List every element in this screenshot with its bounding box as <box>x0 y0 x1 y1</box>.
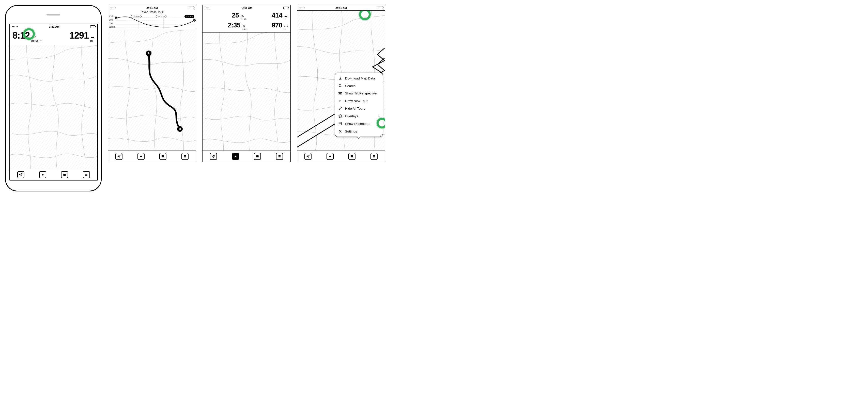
map-view[interactable]: Download Map Data Search 3D Show Tilt Pe… <box>297 10 385 151</box>
svg-point-12 <box>140 155 142 157</box>
list-button[interactable] <box>83 171 90 178</box>
menu-item-download[interactable]: Download Map Data <box>335 74 383 82</box>
dist-unit: m <box>284 28 286 31</box>
battery-icon <box>189 7 194 9</box>
metric-speed: 25 km/h <box>205 11 246 21</box>
stopwatch-icon <box>242 25 246 27</box>
signal-dots: ••••• <box>205 6 211 9</box>
pencil-icon <box>338 99 343 103</box>
svg-point-17 <box>339 85 341 87</box>
screen-3: ••••• 9:41 AM 25 km/h 414 m 2:35 min <box>202 5 291 162</box>
bottom-toolbar <box>108 151 196 162</box>
metric-altitude: 414 m <box>246 11 288 21</box>
svg-point-19 <box>341 107 342 108</box>
locate-button[interactable] <box>115 153 122 160</box>
status-bar: ••••• 9:41 AM <box>108 5 196 10</box>
dashboard-icon <box>338 122 343 126</box>
svg-text:B: B <box>194 20 195 21</box>
context-menu: Download Map Data Search 3D Show Tilt Pe… <box>335 73 383 137</box>
menu-button[interactable] <box>159 153 166 160</box>
time-unit: min <box>242 28 246 31</box>
status-time: 9:41 AM <box>242 6 252 9</box>
list-button[interactable] <box>276 153 283 160</box>
svg-point-21 <box>329 155 331 157</box>
record-button[interactable] <box>39 171 46 178</box>
bottom-toolbar <box>297 151 385 162</box>
speed-icon <box>240 15 244 18</box>
alt-value: 414 <box>272 11 282 19</box>
svg-rect-16 <box>256 155 259 157</box>
signal-dots: ••••• <box>12 25 18 28</box>
svg-rect-22 <box>351 155 353 157</box>
menu-item-overlays[interactable]: Overlays › <box>335 112 383 120</box>
list-button[interactable] <box>181 153 189 160</box>
elevation-panel[interactable]: River Cross Tour 410 380 350 320 m 1000 … <box>108 10 196 30</box>
screen-4: ••••• 9:41 AM Download Map Data Search 3… <box>297 5 385 162</box>
menu-button[interactable] <box>348 153 355 160</box>
status-bar: ••••• 9:41 AM <box>10 24 97 29</box>
route-marker-b[interactable]: B <box>177 126 183 132</box>
locate-button[interactable] <box>17 171 24 178</box>
map-view[interactable] <box>10 45 97 169</box>
metric-altitude: 1291 m <box>69 30 95 43</box>
download-icon <box>338 76 343 80</box>
metric-time: 2:35 min <box>205 21 246 31</box>
menu-button[interactable] <box>61 171 68 178</box>
battery-icon <box>283 7 288 9</box>
locate-button[interactable] <box>210 153 217 160</box>
dashboard-panel[interactable]: 8:12 min/km 1291 m <box>10 29 97 45</box>
menu-button[interactable] <box>254 153 261 160</box>
route-marker-a[interactable]: A <box>146 51 151 56</box>
alt-value: 1291 <box>69 30 89 41</box>
status-time: 9:41 AM <box>49 25 59 28</box>
map-view[interactable]: A B <box>108 30 196 151</box>
tools-icon <box>338 129 343 133</box>
status-bar: ••••• 9:41 AM <box>297 5 385 10</box>
search-icon <box>338 84 343 88</box>
svg-point-0 <box>42 174 44 175</box>
svg-rect-20 <box>339 122 342 125</box>
record-button[interactable] <box>137 153 145 160</box>
map-view[interactable] <box>203 32 290 151</box>
svg-point-18 <box>339 109 340 110</box>
menu-item-dashboard[interactable]: Show Dashboard <box>335 120 383 127</box>
battery-icon <box>378 7 383 9</box>
svg-point-15 <box>235 155 236 157</box>
record-button[interactable] <box>327 153 334 160</box>
alt-unit: m <box>284 18 286 21</box>
time-value: 2:35 <box>228 21 240 29</box>
metric-pace: 8:12 min/km <box>12 30 41 43</box>
status-time: 9:41 AM <box>336 6 347 9</box>
menu-item-search[interactable]: Search <box>335 82 383 90</box>
layers-icon <box>338 114 343 118</box>
signal-dots: ••••• <box>110 6 116 9</box>
tilt-3d-icon: 3D <box>338 92 343 95</box>
map-roads <box>203 32 290 151</box>
bottom-toolbar <box>203 151 290 162</box>
dashboard-panel[interactable]: 25 km/h 414 m 2:35 min 970 m <box>203 10 290 32</box>
screen-2: ••••• 9:41 AM River Cross Tour 410 380 3… <box>108 5 196 162</box>
locate-button[interactable] <box>304 153 312 160</box>
mountain-icon <box>284 15 288 18</box>
pace-unit: min/km <box>31 39 41 43</box>
alt-unit: m <box>90 39 93 43</box>
menu-item-tilt[interactable]: 3D Show Tilt Perspective <box>335 90 383 97</box>
record-button-active[interactable] <box>232 153 239 160</box>
tour-title: River Cross Tour <box>108 10 196 14</box>
signal-dots: ••••• <box>299 6 305 9</box>
battery-icon <box>90 25 95 28</box>
device-frame: ••••• 9:41 AM 8:12 min/km 1291 m <box>5 5 102 191</box>
svg-rect-13 <box>162 155 164 157</box>
status-time: 9:41 AM <box>147 6 158 9</box>
status-bar: ••••• 9:41 AM <box>203 5 290 10</box>
menu-item-draw[interactable]: Draw New Tour <box>335 97 383 105</box>
svg-text:A: A <box>115 17 117 19</box>
bottom-toolbar <box>10 169 97 180</box>
menu-item-settings[interactable]: Settings <box>335 127 383 135</box>
menu-item-hide-tours[interactable]: Hide All Tours <box>335 105 383 112</box>
elevation-chart: A B <box>108 15 196 30</box>
list-button[interactable] <box>370 153 378 160</box>
device-earpiece <box>46 14 60 15</box>
distance-icon <box>284 25 288 27</box>
speed-value: 25 <box>232 11 239 19</box>
